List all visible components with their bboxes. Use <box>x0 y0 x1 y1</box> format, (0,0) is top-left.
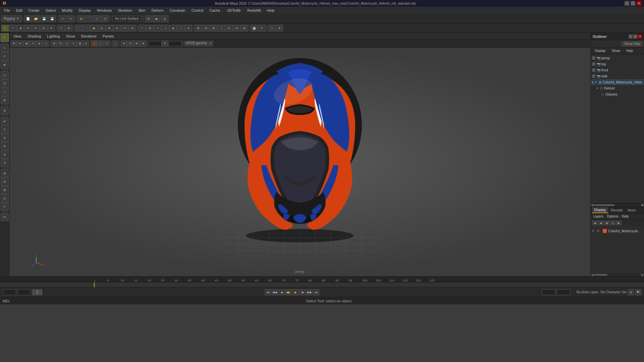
menu-item-control[interactable]: Control <box>189 8 206 13</box>
snap-btn5[interactable]: ◈ <box>169 25 177 32</box>
outliner-close-btn[interactable]: ✕ <box>638 35 642 39</box>
scale-btn[interactable]: ⊡ <box>40 25 47 32</box>
show-manipulator-btn[interactable]: ⊕ <box>65 25 72 32</box>
snap-btn2[interactable]: ⊕ <box>146 25 154 32</box>
misc-btn7[interactable]: ⊞ <box>241 25 248 32</box>
vp-obj-btn[interactable]: ⊞ <box>51 41 57 47</box>
component2-btn[interactable]: ⊡ <box>1 79 9 87</box>
viewport-canvas[interactable]: X Y Z persp <box>9 48 590 276</box>
rig-tool2[interactable]: ⋯ <box>83 25 90 32</box>
vp-menu-renderer[interactable]: Renderer <box>78 34 99 39</box>
layers-menu[interactable]: Layers <box>592 215 605 218</box>
gamma-dropdown[interactable]: sRGB gamma ▼ <box>184 41 213 46</box>
outliner-max-btn[interactable]: □ <box>633 35 637 39</box>
new-file-btn[interactable]: 📄 <box>24 15 32 22</box>
frame-start-input[interactable]: 1 <box>3 289 16 295</box>
outliner-item-front[interactable]: 📷 front <box>591 67 644 73</box>
vp-wire-btn[interactable]: ⊞ <box>11 41 17 47</box>
misc-btn1[interactable]: ⊞ <box>195 25 202 32</box>
paint-btn1[interactable]: ⬤ <box>251 25 258 32</box>
rig-tool4[interactable]: ◎ <box>98 25 105 32</box>
layer-btn5[interactable]: ▶ <box>616 221 622 225</box>
vp-res1-btn[interactable]: 1 <box>91 41 97 47</box>
misc-btn3[interactable]: ⊞ <box>210 25 217 32</box>
mode-dropdown[interactable]: Rigging ▼ <box>1 15 21 22</box>
minimize-button[interactable]: ─ <box>625 1 629 6</box>
save-file-btn[interactable]: 💾 <box>41 15 48 22</box>
display3-btn[interactable]: ⊠ <box>1 186 9 194</box>
snap-btn3[interactable]: + <box>154 25 161 32</box>
vp-fog-btn[interactable]: ≋ <box>83 41 89 47</box>
prev-key-btn[interactable]: ◀◀ <box>272 289 278 295</box>
timeline-bar[interactable] <box>0 282 644 287</box>
lasso-select-btn[interactable]: ⌗ <box>9 25 16 32</box>
vp-cam-btn[interactable]: ◎ <box>64 41 70 47</box>
outliner-menu-help[interactable]: Help <box>624 48 636 53</box>
menu-item-select[interactable]: Select <box>43 8 59 13</box>
extra-btn1[interactable]: ⬡ <box>268 25 275 32</box>
vp-marquee-btn[interactable]: ⊡ <box>127 41 133 47</box>
paint-skin-btn[interactable]: 🖌 <box>1 117 9 125</box>
render-settings-btn[interactable]: ⊞ <box>145 15 152 22</box>
prev-frame-btn[interactable]: ◀ <box>278 289 284 295</box>
maximize-button[interactable]: □ <box>631 1 635 6</box>
options-menu[interactable]: Options <box>605 215 620 218</box>
outliner-item-helmet[interactable]: ▼ ⬡ Helmet <box>591 85 644 91</box>
snap-curve-btn[interactable]: ⌒ <box>86 15 93 22</box>
right-panel-scroll[interactable]: ◀ ▶ <box>591 274 644 276</box>
select-tool-btn[interactable]: ↖ <box>1 25 9 32</box>
vp-pan-btn[interactable]: ⊕ <box>121 41 127 47</box>
outliner-tree[interactable]: 📷 persp 📷 top 📷 front 📷 side <box>591 54 644 203</box>
menu-item-create[interactable]: Create <box>26 8 42 13</box>
menu-item-display[interactable]: Display <box>76 8 94 13</box>
misc-btn5[interactable]: ⊡ <box>225 25 233 32</box>
outliner-item-persp[interactable]: 📷 persp <box>591 55 644 61</box>
rig-tool1[interactable]: ⋮ <box>75 25 82 32</box>
display1-btn[interactable]: ⊞ <box>1 169 9 177</box>
rp-scroll-thumb[interactable] <box>594 274 607 276</box>
menu-item-modify[interactable]: Modify <box>59 8 75 13</box>
outliner-min-btn[interactable]: ─ <box>629 35 633 39</box>
paint-select-btn[interactable]: ◈ <box>17 25 24 32</box>
outliner-menu-display[interactable]: Display <box>592 48 608 53</box>
rig-tool8[interactable]: ⊚ <box>129 25 136 32</box>
component3-btn[interactable]: ⬡ <box>1 88 9 96</box>
redo-btn[interactable]: ↪ <box>67 15 74 22</box>
constraint-btn[interactable]: ⊗ <box>1 107 9 115</box>
exposure-toggle-btn[interactable]: ⊞ <box>162 41 168 47</box>
extra-btn2[interactable]: ⊕ <box>276 25 283 32</box>
snap-grid-btn[interactable]: ⊞ <box>77 15 85 22</box>
go-to-start-btn[interactable]: ⏮ <box>265 289 271 295</box>
outliner-hscroll[interactable]: ◀ ▶ <box>591 203 644 206</box>
vp-menu-shading[interactable]: Shading <box>25 34 44 39</box>
vp-hud-btn[interactable]: ⊞ <box>140 41 146 47</box>
vp-shadow-btn[interactable]: ◑ <box>76 41 83 47</box>
display4-btn[interactable]: ⊡ <box>1 194 9 202</box>
rig-btn1[interactable]: ⊙ <box>1 125 9 133</box>
layer-v-toggle[interactable]: V <box>592 229 596 233</box>
menu-item-constrain[interactable]: Constrain <box>167 8 188 13</box>
vp-grid-btn[interactable]: ⊟ <box>57 41 63 47</box>
outliner-item-glasses[interactable]: ◇ Glasses <box>591 91 644 97</box>
layer-color-swatch[interactable] <box>603 229 607 233</box>
rig-tool6[interactable]: ⊘ <box>113 25 121 32</box>
open-file-btn[interactable]: 📂 <box>33 15 40 22</box>
vp-sculpt2-btn[interactable]: ◈ <box>133 41 140 47</box>
save-as-btn[interactable]: 💾 <box>49 15 56 22</box>
component1-btn[interactable]: ◻ <box>1 71 9 79</box>
outliner-menu-show[interactable]: Show <box>609 48 623 53</box>
tab-render[interactable]: Render <box>609 207 625 213</box>
vp-res3-btn[interactable]: 3 <box>104 41 110 47</box>
vp-smooth2-btn[interactable]: ◉ <box>23 41 30 47</box>
frame-end-input[interactable]: 120 <box>542 289 555 295</box>
extra-side-btn[interactable]: ••• <box>1 213 9 221</box>
brush-btn[interactable]: ✐ <box>1 52 9 60</box>
snap-btn7[interactable]: ● <box>185 25 192 32</box>
vp-menu-lighting[interactable]: Lighting <box>44 34 63 39</box>
menu-item-windows[interactable]: Windows <box>94 8 115 13</box>
char-set-btn1[interactable]: ⚙ <box>628 289 634 295</box>
next-key-btn[interactable]: ▶▶ <box>307 289 313 295</box>
rig-btn3[interactable]: ⊛ <box>1 142 9 150</box>
gamma-input[interactable]: 1.00 <box>168 41 182 46</box>
layer-btn4[interactable]: ◎ <box>610 221 615 225</box>
